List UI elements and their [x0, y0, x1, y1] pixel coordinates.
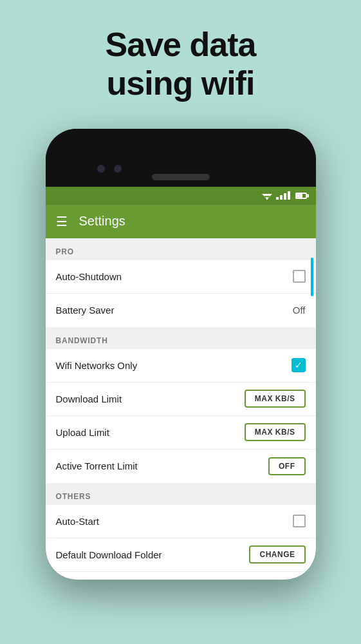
auto-shutdown-label: Auto-Shutdown [56, 271, 122, 282]
camera-area [97, 165, 122, 173]
headline-line2: using wifi [107, 64, 255, 102]
auto-shutdown-row: Auto-Shutdown [46, 260, 316, 294]
wifi-only-row: Wifi Networks Only ✓ [46, 349, 316, 383]
scroll-indicator [311, 258, 313, 296]
battery-icon [295, 193, 307, 199]
upload-limit-label: Upload Limit [56, 427, 109, 438]
auto-start-checkbox[interactable] [293, 515, 306, 527]
phone-mockup: ☰ Settings PRO Auto-Shutdown Battery Sav… [46, 129, 316, 592]
section-header-bandwidth: BANDWIDTH [46, 327, 316, 349]
camera-dot-2 [114, 165, 122, 173]
download-limit-row: Download Limit MAX KB/S [46, 383, 316, 416]
status-bar [46, 187, 316, 205]
auto-start-label: Auto-Start [56, 516, 100, 527]
wifi-only-checkbox[interactable]: ✓ [292, 358, 306, 372]
headline-line1: Save data [106, 26, 256, 63]
battery-saver-label: Battery Saver [56, 305, 115, 316]
torrent-limit-label: Active Torrent Limit [56, 460, 138, 471]
pro-group: Auto-Shutdown Battery Saver Off [46, 260, 316, 327]
upload-limit-row: Upload Limit MAX KB/S [46, 416, 316, 450]
download-folder-row: Default Download Folder CHANGE [46, 538, 316, 572]
status-icons [262, 191, 307, 200]
hamburger-icon[interactable]: ☰ [56, 215, 68, 228]
app-toolbar: ☰ Settings [46, 205, 316, 238]
others-group: Auto-Start Default Download Folder CHANG… [46, 505, 316, 580]
headline: Save data using wifi [106, 26, 256, 103]
torrent-limit-button[interactable]: OFF [268, 457, 306, 475]
settings-screen: PRO Auto-Shutdown Battery Saver Off BAND… [46, 238, 316, 580]
wifi-status-icon [262, 191, 272, 200]
phone-speaker [152, 174, 210, 180]
battery-fill [297, 194, 303, 198]
toolbar-title: Settings [79, 214, 125, 229]
upload-limit-button[interactable]: MAX KB/S [245, 423, 306, 441]
phone-top-bezel [46, 129, 316, 187]
phone-screen: ☰ Settings PRO Auto-Shutdown Battery Sav… [46, 187, 316, 580]
torrent-limit-row: Active Torrent Limit OFF [46, 450, 316, 483]
battery-saver-row[interactable]: Battery Saver Off [46, 294, 316, 327]
download-limit-label: Download Limit [56, 393, 122, 404]
auto-shutdown-checkbox[interactable] [293, 270, 306, 283]
download-folder-label: Default Download Folder [56, 549, 162, 560]
wifi-only-label: Wifi Networks Only [56, 360, 138, 371]
battery-saver-value: Off [293, 305, 306, 316]
camera-dot-1 [97, 165, 105, 173]
incoming-port-row: Incoming Port 0 [46, 572, 316, 580]
signal-icon [276, 191, 290, 200]
change-folder-button[interactable]: CHANGE [249, 545, 305, 564]
auto-start-row: Auto-Start [46, 505, 316, 538]
section-header-others: OTHERS [46, 483, 316, 505]
download-limit-button[interactable]: MAX KB/S [245, 390, 306, 408]
section-header-pro: PRO [46, 238, 316, 260]
bandwidth-group: Wifi Networks Only ✓ Download Limit MAX … [46, 349, 316, 483]
